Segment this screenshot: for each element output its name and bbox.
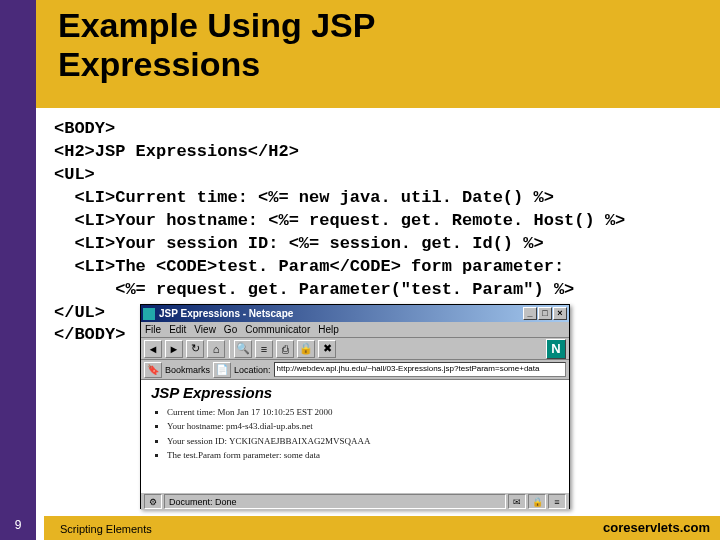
reload-icon: ↻ bbox=[191, 342, 200, 355]
menu-edit[interactable]: Edit bbox=[169, 324, 186, 335]
status-mail-icon[interactable]: ✉ bbox=[508, 494, 526, 509]
toolbar-separator bbox=[229, 340, 230, 358]
menu-file[interactable]: File bbox=[145, 324, 161, 335]
url-input[interactable]: http://webdev.apl.jhu.edu/~hall/03-Expre… bbox=[274, 362, 566, 377]
security-icon: 🔒 bbox=[299, 342, 313, 355]
forward-icon: ► bbox=[169, 343, 180, 355]
code-line: </BODY> bbox=[54, 325, 125, 344]
stop-button[interactable]: ✖ bbox=[318, 340, 336, 358]
print-button[interactable]: ⎙ bbox=[276, 340, 294, 358]
minimize-button[interactable]: _ bbox=[523, 307, 537, 320]
home-icon: ⌂ bbox=[213, 343, 220, 355]
status-lock-icon[interactable]: 🔒 bbox=[528, 494, 546, 509]
list-item: The test.Param form parameter: some data bbox=[167, 448, 559, 462]
stop-icon: ✖ bbox=[323, 342, 332, 355]
location-icon-button[interactable]: 📄 bbox=[213, 362, 231, 378]
location-icon: 📄 bbox=[216, 364, 228, 375]
bookmarks-button[interactable]: 🔖 bbox=[144, 362, 162, 378]
code-line: <LI>Current time: <%= new java. util. Da… bbox=[54, 188, 554, 207]
gear-icon: ⚙ bbox=[149, 497, 157, 507]
search-icon: 🔍 bbox=[236, 342, 250, 355]
maximize-button[interactable]: □ bbox=[538, 307, 552, 320]
code-line: <%= request. get. Parameter("test. Param… bbox=[54, 280, 574, 299]
close-button[interactable]: × bbox=[553, 307, 567, 320]
code-line: <LI>The <CODE>test. Param</CODE> form pa… bbox=[54, 257, 564, 276]
left-accent-stripe bbox=[0, 0, 36, 540]
print-icon: ⎙ bbox=[282, 343, 289, 355]
list-item: Your session ID: YCKIGNAEJBBAIXAG2MVSQAA… bbox=[167, 434, 559, 448]
page-heading: JSP Expressions bbox=[151, 384, 559, 401]
menubar: File Edit View Go Communicator Help bbox=[141, 322, 569, 338]
search-button[interactable]: 🔍 bbox=[234, 340, 252, 358]
code-line: <H2>JSP Expressions</H2> bbox=[54, 142, 299, 161]
code-line: </UL> bbox=[54, 303, 105, 322]
status-activity-icon: ⚙ bbox=[144, 494, 162, 509]
bookmarks-label: Bookmarks bbox=[165, 365, 210, 375]
titlebar: JSP Expressions - Netscape _ □ × bbox=[141, 305, 569, 322]
status-text: Document: Done bbox=[164, 494, 506, 509]
code-line: <LI>Your hostname: <%= request. get. Rem… bbox=[54, 211, 625, 230]
title-line-1: Example Using JSPExpressions bbox=[58, 6, 375, 83]
reload-button[interactable]: ↻ bbox=[186, 340, 204, 358]
location-label: Location: bbox=[234, 365, 271, 375]
list-item: Your hostname: pm4-s43.dial-up.abs.net bbox=[167, 419, 559, 433]
statusbar: ⚙ Document: Done ✉ 🔒 ≡ bbox=[141, 492, 569, 510]
status-component-icon[interactable]: ≡ bbox=[548, 494, 566, 509]
code-line: <UL> bbox=[54, 165, 95, 184]
list-item: Current time: Mon Jan 17 10:10:25 EST 20… bbox=[167, 405, 559, 419]
code-line: <BODY> bbox=[54, 119, 115, 138]
footer-left: Scripting Elements bbox=[60, 523, 152, 535]
address-bar: 🔖 Bookmarks 📄 Location: http://webdev.ap… bbox=[141, 360, 569, 380]
page-list: Current time: Mon Jan 17 10:10:25 EST 20… bbox=[151, 405, 559, 463]
menu-help[interactable]: Help bbox=[318, 324, 339, 335]
component-icon: ≡ bbox=[554, 497, 559, 507]
guide-button[interactable]: ≡ bbox=[255, 340, 273, 358]
lock-icon: 🔒 bbox=[532, 497, 543, 507]
menu-view[interactable]: View bbox=[194, 324, 216, 335]
browser-window: JSP Expressions - Netscape _ □ × File Ed… bbox=[140, 304, 570, 509]
netscape-logo-icon: N bbox=[546, 339, 566, 359]
guide-icon: ≡ bbox=[261, 343, 267, 355]
home-button[interactable]: ⌂ bbox=[207, 340, 225, 358]
code-line: <LI>Your session ID: <%= session. get. I… bbox=[54, 234, 544, 253]
netscape-app-icon bbox=[143, 308, 155, 320]
mail-icon: ✉ bbox=[513, 497, 521, 507]
slide-number: 9 bbox=[9, 518, 27, 532]
security-button[interactable]: 🔒 bbox=[297, 340, 315, 358]
window-title: JSP Expressions - Netscape bbox=[159, 308, 522, 319]
menu-communicator[interactable]: Communicator bbox=[245, 324, 310, 335]
page-content: JSP Expressions Current time: Mon Jan 17… bbox=[141, 380, 569, 492]
slide-title: Example Using JSPExpressions bbox=[58, 6, 375, 84]
back-button[interactable]: ◄ bbox=[144, 340, 162, 358]
bookmark-icon: 🔖 bbox=[147, 364, 159, 375]
forward-button[interactable]: ► bbox=[165, 340, 183, 358]
footer-right: coreservlets.com bbox=[603, 520, 710, 535]
toolbar: ◄ ► ↻ ⌂ 🔍 ≡ ⎙ 🔒 ✖ N bbox=[141, 338, 569, 360]
menu-go[interactable]: Go bbox=[224, 324, 237, 335]
back-icon: ◄ bbox=[148, 343, 159, 355]
